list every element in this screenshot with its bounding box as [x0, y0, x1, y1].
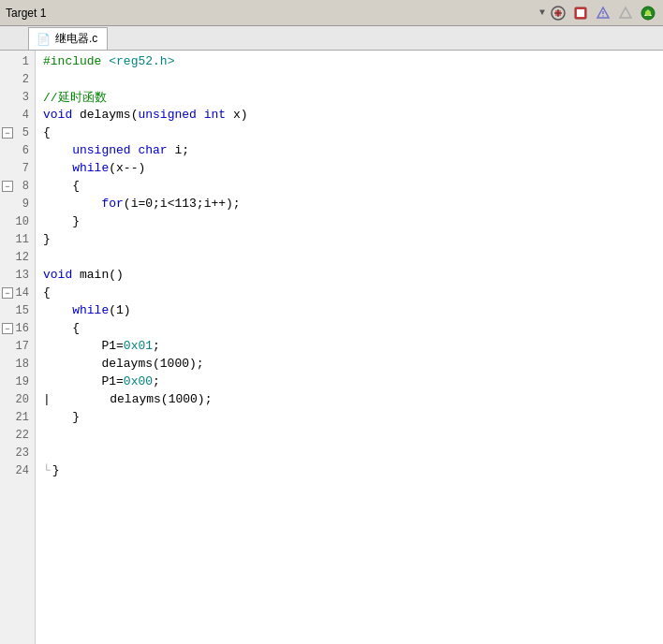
line-number-19: 19 — [0, 373, 35, 390]
line-number-11: 11 — [0, 230, 35, 248]
code-line-20: | delayms(1000); — [43, 390, 663, 408]
code-line-15: while(1) — [43, 301, 663, 319]
fold-icon-16[interactable]: − — [2, 323, 13, 334]
file-icon: 📄 — [37, 33, 51, 46]
code-line-18: delayms(1000); — [43, 355, 663, 373]
code-area[interactable]: #include <reg52.h> //延时函数 void delayms(u… — [36, 51, 663, 644]
svg-marker-8 — [620, 7, 631, 18]
toolbar-icons[interactable]: ▼ — [539, 4, 657, 22]
code-line-22 — [43, 426, 663, 444]
line-number-17: 17 — [0, 337, 35, 355]
code-line-17: P1=0x01; — [43, 337, 663, 355]
line-number-21: 21 — [0, 408, 35, 426]
code-line-24: └} — [43, 461, 663, 479]
svg-rect-4 — [577, 9, 584, 17]
line-number-9: 9 — [0, 195, 35, 212]
line-numbers: 1 2 3 4 − 5 6 7 − 8 9 10 11 12 — [0, 51, 36, 644]
code-line-16: { — [43, 319, 663, 337]
fold-icon-5[interactable]: − — [2, 127, 13, 139]
tab-bar-wrapper: ✕ 📄 继电器.c — [0, 26, 663, 51]
line-number-15: 15 — [0, 301, 35, 319]
fold-icon-8[interactable]: − — [2, 181, 13, 192]
title-text: Target 1 — [6, 7, 46, 20]
line-number-2: 2 — [0, 70, 35, 88]
code-line-9: for(i=0;i<113;i++); — [43, 195, 663, 212]
line-number-7: 7 — [0, 159, 35, 177]
line-number-22: 22 — [0, 426, 35, 444]
svg-point-7 — [602, 15, 604, 17]
line-number-3: 3 — [0, 88, 35, 106]
code-line-14: { — [43, 284, 663, 301]
code-line-3: //延时函数 — [43, 88, 663, 106]
toolbar-icon-4[interactable] — [616, 4, 635, 22]
line-number-23: 23 — [0, 444, 35, 461]
line-number-8: − 8 — [0, 177, 35, 195]
line-number-18: 18 — [0, 355, 35, 373]
fold-icon-14[interactable]: − — [2, 287, 13, 299]
line-number-20: 20 — [0, 390, 35, 408]
line-number-12: 12 — [0, 248, 35, 266]
code-line-5: { — [43, 124, 663, 141]
code-line-19: P1=0x00; — [43, 373, 663, 390]
line-number-4: 4 — [0, 106, 35, 124]
code-line-13: void main() — [43, 266, 663, 284]
code-line-1: #include <reg52.h> — [43, 52, 663, 70]
code-line-21: } — [43, 408, 663, 426]
editor-wrapper: 1 2 3 4 − 5 6 7 − 8 9 10 11 12 — [0, 51, 663, 644]
line-number-10: 10 — [0, 212, 35, 230]
toolbar-icon-3[interactable] — [594, 4, 612, 22]
tab-label: 继电器.c — [55, 31, 97, 47]
line-number-13: 13 — [0, 266, 35, 284]
code-line-7: while(x--) — [43, 159, 663, 177]
dropdown-arrow[interactable]: ▼ — [539, 7, 545, 18]
line-number-5: − 5 — [0, 124, 35, 141]
tab-bar: 📄 继电器.c — [0, 26, 663, 51]
title-bar: Target 1 ▼ — [0, 0, 663, 26]
tab-继电器-c[interactable]: 📄 继电器.c — [28, 27, 108, 50]
code-line-8: { — [43, 177, 663, 195]
line-number-6: 6 — [0, 141, 35, 159]
code-line-11: } — [43, 230, 663, 248]
line-number-1: 1 — [0, 52, 35, 70]
code-line-10: } — [43, 212, 663, 230]
code-line-23 — [43, 444, 663, 461]
code-line-4: void delayms(unsigned int x) — [43, 106, 663, 124]
svg-point-12 — [645, 10, 651, 16]
line-number-16: − 16 — [0, 319, 35, 337]
line-number-24: 24 — [0, 461, 35, 479]
code-line-2 — [43, 70, 663, 88]
toolbar-icon-2[interactable] — [571, 4, 590, 22]
toolbar-icon-1[interactable] — [549, 4, 567, 22]
code-line-12 — [43, 248, 663, 266]
toolbar-icon-5[interactable] — [639, 4, 657, 22]
svg-rect-11 — [646, 16, 650, 18]
code-line-6: unsigned char i; — [43, 141, 663, 159]
line-number-14: − 14 — [0, 284, 35, 301]
